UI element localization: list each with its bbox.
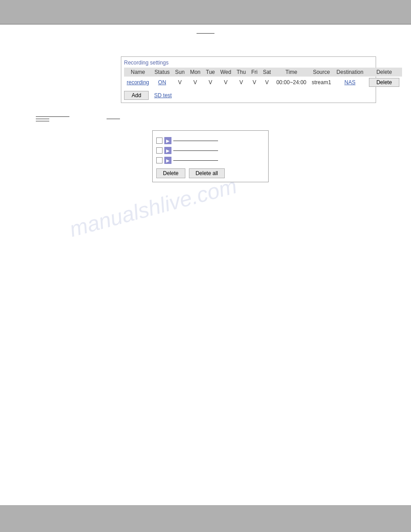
cell-thu: V bbox=[234, 77, 248, 88]
sd-test-link[interactable]: SD test bbox=[154, 92, 171, 99]
destination-link[interactable]: NAS bbox=[344, 79, 355, 86]
underline-3 bbox=[36, 121, 49, 121]
col-status: Status bbox=[152, 68, 172, 77]
col-tue: Tue bbox=[203, 68, 218, 77]
arrow-icon-2[interactable]: ▶ bbox=[164, 147, 171, 154]
col-name: Name bbox=[124, 68, 152, 77]
row-delete-button[interactable]: Delete bbox=[369, 78, 400, 87]
header-bar bbox=[0, 0, 411, 25]
file-list-box: ▶ ▶ ▶ Delete Delete all bbox=[152, 130, 269, 182]
checkbox-1[interactable] bbox=[156, 137, 163, 144]
file-list-item-2: ▶ bbox=[156, 147, 265, 154]
section-line-1 bbox=[36, 116, 393, 117]
col-fri: Fri bbox=[248, 68, 260, 77]
top-decoration bbox=[0, 28, 411, 35]
section-underlines bbox=[36, 116, 393, 121]
file-list-buttons: Delete Delete all bbox=[156, 168, 265, 178]
delete-button[interactable]: Delete bbox=[156, 168, 185, 178]
watermark: manualshlive.com bbox=[67, 173, 239, 242]
delete-all-button[interactable]: Delete all bbox=[189, 168, 225, 178]
underline-1 bbox=[36, 116, 69, 117]
arrow-icon-1[interactable]: ▶ bbox=[164, 137, 171, 144]
col-time: Time bbox=[274, 68, 309, 77]
cell-mon: V bbox=[187, 77, 203, 88]
checkbox-2[interactable] bbox=[156, 147, 163, 154]
cell-source: stream1 bbox=[309, 77, 334, 88]
cell-time: 00:00~24:00 bbox=[274, 77, 309, 88]
recording-settings-table: Name Status Sun Mon Tue Wed Thu Fri Sat … bbox=[124, 68, 402, 88]
table-row: recording ON V V V V V V V 00:00~24:00 s… bbox=[124, 77, 402, 88]
cell-sat: V bbox=[260, 77, 274, 88]
col-thu: Thu bbox=[234, 68, 248, 77]
recording-link[interactable]: recording bbox=[127, 79, 149, 86]
recording-settings-box: Recording settings Name Status Sun Mon T… bbox=[121, 56, 376, 103]
file-name-2 bbox=[173, 150, 218, 151]
section-line-2 bbox=[36, 119, 393, 119]
file-name-1 bbox=[173, 141, 218, 141]
col-sun: Sun bbox=[172, 68, 187, 77]
cell-tue: V bbox=[203, 77, 218, 88]
col-wed: Wed bbox=[218, 68, 234, 77]
underline-2b bbox=[107, 119, 120, 119]
arrow-icon-3[interactable]: ▶ bbox=[164, 157, 171, 164]
recording-settings-title: Recording settings bbox=[124, 60, 373, 66]
underline-2 bbox=[36, 119, 49, 119]
col-destination: Destination bbox=[334, 68, 366, 77]
col-mon: Mon bbox=[187, 68, 203, 77]
file-list-item-1: ▶ bbox=[156, 137, 265, 144]
status-link[interactable]: ON bbox=[158, 79, 166, 86]
cell-wed: V bbox=[218, 77, 234, 88]
cell-fri: V bbox=[248, 77, 260, 88]
section-line-3 bbox=[36, 121, 393, 121]
cell-sun: V bbox=[172, 77, 187, 88]
recording-settings-footer: Add SD test bbox=[124, 91, 373, 100]
footer-bar bbox=[0, 505, 411, 532]
col-delete: Delete bbox=[366, 68, 402, 77]
add-button[interactable]: Add bbox=[124, 91, 149, 100]
file-list-item-3: ▶ bbox=[156, 157, 265, 164]
col-sat: Sat bbox=[260, 68, 274, 77]
checkbox-3[interactable] bbox=[156, 157, 163, 163]
col-source: Source bbox=[309, 68, 334, 77]
file-name-3 bbox=[173, 160, 218, 161]
